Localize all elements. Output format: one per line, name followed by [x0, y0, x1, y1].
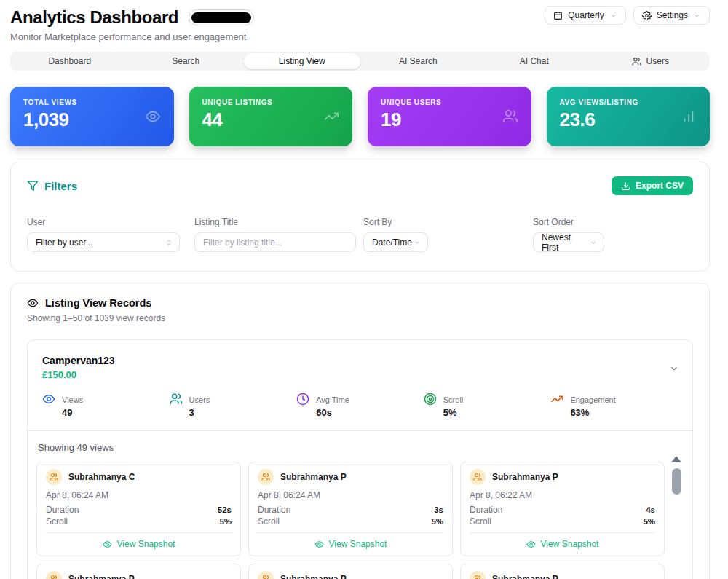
tab-listing-view[interactable]: Listing View — [244, 53, 360, 69]
settings-dropdown-label: Settings — [657, 10, 688, 20]
records-title: Listing View Records — [27, 297, 693, 309]
scrollbar-thumb[interactable] — [672, 468, 681, 495]
stat-label: UNIQUE LISTINGS — [202, 98, 340, 106]
settings-dropdown[interactable]: Settings — [633, 6, 710, 25]
listing-title-filter-label: Listing Title — [194, 217, 363, 227]
stat-label: TOTAL VIEWS — [23, 98, 161, 106]
eye-icon — [314, 540, 324, 549]
listing-title-filter-input[interactable] — [194, 232, 356, 252]
users-icon — [632, 57, 641, 66]
stat-label: AVG VIEWS/LISTING — [560, 98, 697, 106]
chevron-down-icon — [590, 239, 597, 246]
duration-value: 52s — [218, 505, 232, 514]
trending-up-icon — [550, 393, 563, 406]
stat-card-unique-listings: UNIQUE LISTINGS 44 — [189, 87, 353, 146]
user-name: Subrahmanya P — [492, 472, 558, 482]
view-record-card: Subrahmanya P Apr 8, 06:24 AM Duration3s… — [248, 462, 453, 556]
page-title: Analytics Dashboard — [10, 7, 178, 28]
eye-icon — [27, 297, 39, 309]
avatar — [258, 571, 274, 579]
tab-dashboard[interactable]: Dashboard — [12, 53, 128, 69]
listing-stat-label: Scroll — [443, 395, 464, 404]
view-snapshot-label: View Snapshot — [117, 539, 175, 549]
stat-cards: TOTAL VIEWS 1,039 UNIQUE LISTINGS 44 UNI… — [10, 87, 710, 146]
avatar — [46, 571, 62, 579]
avatar — [470, 571, 486, 579]
users-icon — [170, 393, 183, 406]
records-title-text: Listing View Records — [45, 297, 151, 309]
tab-ai-chat[interactable]: AI Chat — [476, 53, 593, 69]
chevron-down-icon — [609, 12, 617, 20]
view-datetime: Apr 8, 06:24 AM — [46, 490, 232, 500]
sort-order-value: Newest First — [542, 232, 590, 253]
scroll-label: Scroll — [46, 516, 68, 527]
duration-label: Duration — [258, 505, 290, 515]
user-filter-value: Filter by user... — [36, 237, 93, 248]
period-dropdown-label: Quarterly — [568, 10, 604, 20]
scroll-label: Scroll — [258, 516, 280, 527]
view-record-card: Subrahmanya C Apr 8, 06:24 AM Duration52… — [36, 462, 241, 556]
user-filter-select[interactable]: Filter by user... — [27, 232, 180, 252]
listing-card-header[interactable]: Campervan123 £150.00 Views49 Users3 Avg … — [28, 340, 692, 431]
sort-by-select[interactable]: Date/Time — [363, 232, 428, 252]
views-area: Showing 49 views Subrahmanya C Apr 8, 06… — [28, 431, 692, 579]
duration-label: Duration — [46, 505, 79, 515]
stat-value: 19 — [381, 109, 518, 131]
period-dropdown[interactable]: Quarterly — [545, 6, 625, 25]
view-datetime: Apr 8, 06:24 AM — [258, 490, 443, 500]
header: Analytics Dashboard Monitor Marketplace … — [10, 0, 710, 42]
view-snapshot-label: View Snapshot — [541, 539, 599, 549]
view-record-card: Subrahmanya P Apr 8, 06:20 AM Duration3s… — [248, 564, 453, 579]
stat-card-avg-views: AVG VIEWS/LISTING 23.6 — [547, 87, 711, 146]
listing-stat-value: 5% — [443, 407, 457, 418]
tab-label: AI Chat — [520, 56, 549, 66]
scroll-value: 5% — [219, 517, 232, 526]
sort-order-label: Sort Order — [533, 217, 604, 227]
tab-search[interactable]: Search — [128, 53, 245, 69]
target-icon — [424, 393, 437, 406]
tab-ai-search[interactable]: AI Search — [360, 53, 477, 69]
funnel-icon — [27, 180, 39, 192]
view-snapshot-button[interactable]: View Snapshot — [258, 532, 443, 556]
sort-by-label: Sort By — [363, 217, 533, 227]
stat-value: 44 — [202, 109, 340, 131]
stat-value: 1,039 — [23, 109, 161, 131]
filters-title-text: Filters — [44, 180, 77, 192]
duration-value: 3s — [434, 505, 443, 514]
view-record-card: Subrahmanya P Apr 8, 06:22 AM Duration4s… — [460, 462, 665, 556]
tab-users[interactable]: Users — [593, 53, 709, 69]
view-snapshot-label: View Snapshot — [329, 539, 387, 549]
avatar — [470, 469, 486, 485]
stat-label: UNIQUE USERS — [381, 98, 518, 106]
page: Analytics Dashboard Monitor Marketplace … — [10, 0, 710, 579]
sort-order-select[interactable]: Newest First — [533, 232, 604, 252]
avatar — [258, 469, 274, 485]
listing-name: Campervan123 — [42, 355, 678, 366]
user-filter-label: User — [27, 217, 194, 227]
user-name: Subrahmanya P — [492, 574, 558, 579]
views-scrollbar — [671, 456, 681, 495]
listing-stats: Views49 Users3 Avg Time60s Scroll5% — [42, 393, 678, 419]
stat-value: 23.6 — [560, 109, 697, 131]
export-csv-button[interactable]: Export CSV — [612, 176, 693, 195]
view-snapshot-button[interactable]: View Snapshot — [46, 532, 232, 556]
records-panel: Listing View Records Showing 1–50 of 103… — [10, 283, 710, 579]
listing-stat-users: Users3 — [170, 393, 297, 419]
nav-tabs: Dashboard Search Listing View AI Search … — [10, 52, 710, 71]
user-name: Subrahmanya C — [68, 472, 135, 482]
listing-stat-avg-time: Avg Time60s — [296, 393, 424, 419]
view-snapshot-button[interactable]: View Snapshot — [470, 532, 655, 556]
listing-stat-engagement: Engagement63% — [550, 393, 678, 419]
page-subtitle: Monitor Marketplace performance and user… — [10, 31, 710, 42]
listing-stat-label: Avg Time — [316, 395, 349, 404]
scroll-up-arrow[interactable] — [671, 456, 681, 462]
export-csv-label: Export CSV — [636, 181, 684, 191]
listing-stat-value: 63% — [570, 407, 589, 418]
chevron-down-icon[interactable] — [669, 363, 679, 374]
duration-label: Duration — [470, 505, 502, 515]
stat-card-unique-users: UNIQUE USERS 19 — [368, 87, 531, 146]
eye-icon — [103, 540, 112, 549]
views-count: Showing 49 views — [38, 442, 684, 453]
filters-title: Filters — [27, 180, 77, 192]
views-grid: Subrahmanya C Apr 8, 06:24 AM Duration52… — [36, 462, 665, 579]
